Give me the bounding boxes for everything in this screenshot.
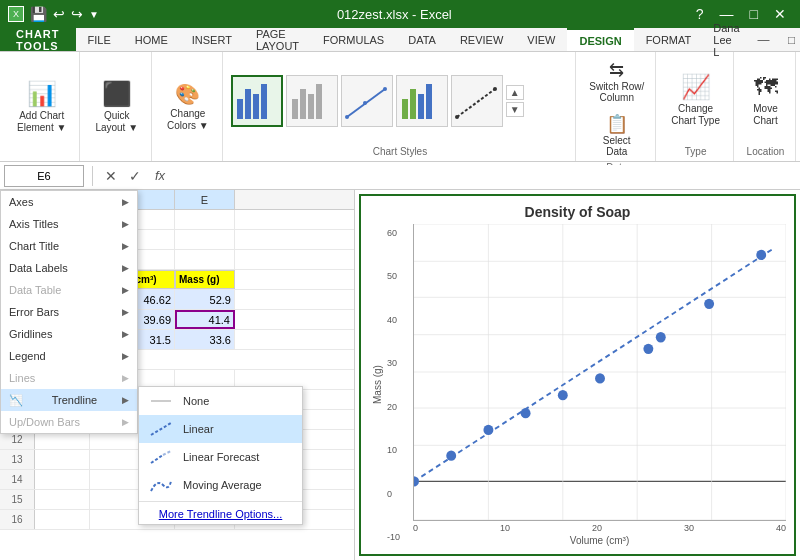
svg-line-33 <box>414 248 774 481</box>
menu-item-trendline[interactable]: 📉 Trendline ▶ <box>1 389 137 411</box>
svg-point-37 <box>521 408 531 418</box>
cell-e7[interactable]: 33.6 <box>175 330 235 349</box>
select-data-label: SelectData <box>603 135 631 157</box>
tab-data[interactable]: DATA <box>396 28 448 51</box>
more-trendline-options-link[interactable]: More Trendline Options... <box>139 504 302 524</box>
type-group-label: Type <box>685 144 707 157</box>
style-scroll-up[interactable]: ▲ <box>506 85 524 100</box>
svg-rect-2 <box>253 94 259 119</box>
tab-review[interactable]: REVIEW <box>448 28 515 51</box>
cell-e6[interactable]: 41.4 <box>175 310 235 329</box>
menu-item-data-labels[interactable]: Data Labels ▶ <box>1 257 137 279</box>
menu-item-axes[interactable]: Axes ▶ <box>1 191 137 213</box>
cell[interactable] <box>35 450 90 469</box>
menu-item-data-table[interactable]: Data Table ▶ <box>1 279 137 301</box>
cell[interactable] <box>35 510 90 529</box>
tab-pagelayout[interactable]: PAGE LAYOUT <box>244 28 311 51</box>
confirm-formula-button[interactable]: ✓ <box>125 168 145 184</box>
style-scroll-down[interactable]: ▼ <box>506 102 524 117</box>
chart-style-2[interactable] <box>286 75 338 127</box>
cell-e3[interactable] <box>175 250 235 269</box>
select-data-icon: 📋 <box>606 113 628 135</box>
arrow-icon: ▶ <box>122 197 129 207</box>
menu-item-gridlines[interactable]: Gridlines ▶ <box>1 323 137 345</box>
menu-item-chart-title[interactable]: Chart Title ▶ <box>1 235 137 257</box>
minimize-button[interactable]: ? <box>690 6 710 22</box>
tab-formulas[interactable]: FORMULAS <box>311 28 396 51</box>
submenu-item-linear[interactable]: Linear <box>139 415 302 443</box>
menu-item-error-bars[interactable]: Error Bars ▶ <box>1 301 137 323</box>
menu-item-axis-titles[interactable]: Axis Titles ▶ <box>1 213 137 235</box>
chart-style-5[interactable] <box>451 75 503 127</box>
tab-format[interactable]: FORMAT <box>634 28 704 51</box>
chart-style-3[interactable] <box>341 75 393 127</box>
move-chart-button[interactable]: 🗺 MoveChart <box>744 70 788 130</box>
ribbon-group-type: 📈 ChangeChart Type Type <box>658 52 734 161</box>
chart-style-1[interactable] <box>231 75 283 127</box>
svg-rect-3 <box>261 84 267 119</box>
change-chart-type-label: ChangeChart Type <box>671 103 720 127</box>
quick-layout-button[interactable]: ⬛ QuickLayout ▼ <box>88 77 145 137</box>
cancel-formula-button[interactable]: ✕ <box>101 168 121 184</box>
quick-redo[interactable]: ↪ <box>71 6 83 22</box>
x-tick: 10 <box>500 523 510 533</box>
arrow-icon: ▶ <box>122 351 129 361</box>
restore-button[interactable]: □ <box>744 6 764 22</box>
x-tick: 40 <box>776 523 786 533</box>
quick-undo[interactable]: ↩ <box>53 6 65 22</box>
menu-label-lines: Lines <box>9 372 35 384</box>
change-chart-type-button[interactable]: 📈 ChangeChart Type <box>664 70 727 130</box>
formula-input[interactable] <box>175 165 796 187</box>
add-chart-buttons: 📊 Add ChartElement ▼ <box>10 56 73 157</box>
menu-label-gridlines: Gridlines <box>9 328 52 340</box>
tab-home[interactable]: HOME <box>123 28 180 51</box>
submenu-item-moving-average[interactable]: Moving Average <box>139 471 302 499</box>
switch-row-column-button[interactable]: ⇆ Switch Row/Column <box>584 56 649 106</box>
arrow-icon: ▶ <box>122 417 129 427</box>
menu-item-lines[interactable]: Lines ▶ <box>1 367 137 389</box>
cell-e2[interactable] <box>175 230 235 249</box>
tab-view[interactable]: VIEW <box>515 28 567 51</box>
menu-label-axes: Axes <box>9 196 33 208</box>
submenu-item-linear-forecast[interactable]: Linear Forecast <box>139 443 302 471</box>
none-trendline-icon <box>149 391 173 411</box>
x-tick: 0 <box>413 523 418 533</box>
menu-item-legend[interactable]: Legend ▶ <box>1 345 137 367</box>
tab-file[interactable]: FILE <box>76 28 123 51</box>
chart-styles-section: ▲ ▼ Chart Styles <box>225 52 577 161</box>
cell[interactable] <box>35 490 90 509</box>
svg-point-41 <box>656 332 666 342</box>
y-tick: 0 <box>387 489 411 499</box>
quick-save[interactable]: 💾 <box>30 6 47 22</box>
chart-container[interactable]: Density of Soap Mass (g) 60 50 40 30 20 … <box>359 194 796 556</box>
col-header-e[interactable]: E <box>175 190 235 209</box>
y-tick: 30 <box>387 358 411 368</box>
svg-line-46 <box>151 455 163 463</box>
win-minimize[interactable]: — <box>750 28 778 52</box>
ribbon-group-location: 🗺 MoveChart Location <box>736 52 796 161</box>
close-button[interactable]: ✕ <box>768 6 792 22</box>
switch-icon: ⇆ <box>609 59 624 81</box>
submenu-item-none[interactable]: None <box>139 387 302 415</box>
ribbon-group-add-chart: 📊 Add ChartElement ▼ <box>4 52 80 161</box>
cell-e5[interactable]: 52.9 <box>175 290 235 309</box>
select-data-button[interactable]: 📋 SelectData <box>598 110 636 160</box>
tab-insert[interactable]: INSERT <box>180 28 244 51</box>
help-button[interactable]: — <box>714 6 740 22</box>
chart-style-4[interactable] <box>396 75 448 127</box>
menu-item-updown-bars[interactable]: Up/Down Bars ▶ <box>1 411 137 433</box>
win-restore[interactable]: □ <box>778 28 800 52</box>
add-chart-element-button[interactable]: 📊 Add ChartElement ▼ <box>10 77 73 137</box>
cell[interactable] <box>35 470 90 489</box>
svg-point-40 <box>643 344 653 354</box>
name-box[interactable] <box>4 165 84 187</box>
cell-e4[interactable]: Mass (g) <box>175 270 235 289</box>
svg-rect-7 <box>316 84 322 119</box>
svg-point-18 <box>493 87 497 91</box>
trendline-submenu: None Linear Linear Forecast Moving Avera… <box>138 386 303 525</box>
change-colors-button[interactable]: 🎨 ChangeColors ▼ <box>160 79 216 135</box>
cell-e1[interactable] <box>175 210 235 229</box>
svg-point-11 <box>383 87 387 91</box>
chart-body: Mass (g) 60 50 40 30 20 10 0 -10 <box>369 224 786 546</box>
tab-design[interactable]: DESIGN <box>567 28 633 51</box>
